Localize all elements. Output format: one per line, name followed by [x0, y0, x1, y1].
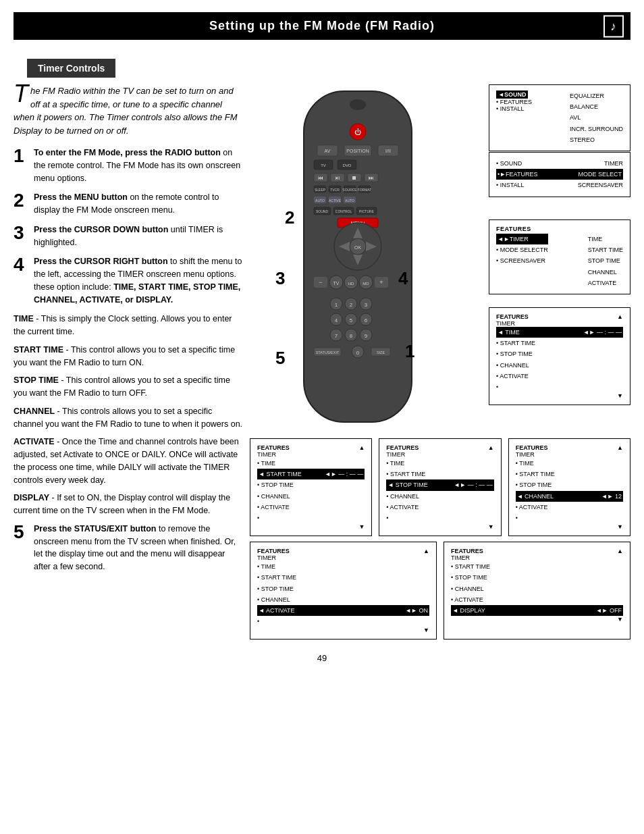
step-1-num: 1	[14, 147, 28, 184]
step-2: 2 Press the MENU button on the remote co…	[14, 191, 243, 217]
bottom-boxes-row2: FEATURES TIMER ▲ • TIME • START TIME • S…	[250, 542, 630, 640]
desc-channel: CHANNEL - This controls allows you to se…	[14, 405, 243, 431]
svg-text:6: 6	[365, 317, 368, 323]
screen-box-time-selected: FEATURES TIMER ▲ ◄ TIME◄► — : — — • STAR…	[489, 307, 630, 405]
svg-point-1	[350, 99, 366, 110]
step-5-text: Press the STATUS/EXIT button to remove t…	[34, 523, 243, 573]
desc-channel-term: CHANNEL	[14, 407, 55, 416]
svg-text:5: 5	[350, 317, 353, 323]
screen-box-activate: FEATURES TIMER ▲ • TIME • START TIME • S…	[250, 542, 437, 640]
svg-text:⏻: ⏻	[354, 128, 361, 136]
svg-text:STATUS/EXIT: STATUS/EXIT	[316, 350, 340, 355]
page-number: 49	[0, 653, 644, 663]
svg-text:OK: OK	[354, 245, 361, 250]
desc-time-term: TIME	[14, 314, 34, 323]
desc-time: TIME - This is simply the Clock setting.…	[14, 313, 243, 338]
svg-text:SOUND: SOUND	[316, 209, 328, 213]
svg-text:⏯: ⏯	[335, 175, 340, 181]
left-column: The FM Radio within the TV can be set to…	[14, 84, 243, 640]
bottom-boxes-row1: FEATURES TIMER ▲ • TIME ◄ START TIME◄► —…	[250, 438, 630, 536]
step-3-text: Press the CURSOR DOWN button until TIMER…	[34, 224, 243, 249]
svg-text:9: 9	[365, 333, 368, 339]
main-content: The FM Radio within the TV can be set to…	[14, 84, 630, 640]
svg-text:3: 3	[365, 302, 368, 308]
header-title: Setting up the FM Mode (FM Radio)	[209, 19, 435, 32]
desc-activate: ACTIVATE - Once the Time and channel con…	[14, 436, 243, 486]
desc-stop-time: STOP TIME - This control allows you to s…	[14, 374, 243, 400]
step-4-text: Press the CURSOR RIGHT button to shift t…	[34, 255, 243, 306]
svg-text:SIZE: SIZE	[377, 350, 385, 355]
remote-step-1-label: 1	[405, 341, 414, 362]
step-3: 3 Press the CURSOR DOWN button until TIM…	[14, 224, 243, 249]
step-4-num: 4	[14, 255, 28, 306]
svg-text:SOURCE: SOURCE	[342, 188, 357, 192]
step-1-bold: To enter the FM Mode, press the RADIO bu…	[34, 148, 221, 157]
svg-text:7: 7	[335, 333, 338, 339]
remote-step-4-label: 4	[398, 268, 408, 289]
svg-text:+: +	[379, 279, 383, 286]
svg-text:0: 0	[356, 350, 360, 356]
step-4-options: TIME, START TIME, STOP TIME, CHANNEL, AC…	[34, 282, 240, 305]
svg-text:⏹: ⏹	[352, 175, 357, 181]
intro-body: he FM Radio within the TV can be set to …	[14, 86, 238, 136]
step-5: 5 Press the STATUS/EXIT button to remove…	[14, 523, 243, 573]
svg-text:I/II: I/II	[385, 149, 391, 153]
svg-text:TV: TV	[333, 281, 340, 286]
step-5-bold: Press the STATUS/EXIT button	[34, 524, 157, 533]
step-3-num: 3	[14, 224, 28, 249]
step-3-bold: Press the CURSOR DOWN button	[34, 225, 168, 234]
desc-activate-term: ACTIVATE	[14, 437, 55, 446]
page-header: Setting up the FM Mode (FM Radio) ♪	[14, 12, 630, 40]
screen-box-timer-features: FEATURES ◄►TIMER • MODE SELECTR • SCREEN…	[489, 219, 630, 294]
screen-box-features: • SOUNDTIMER •►FEATURESMODE SELECT • INS…	[489, 152, 630, 197]
drop-cap: T	[14, 84, 28, 104]
step-4-bold: Press the CURSOR RIGHT button	[34, 257, 168, 266]
right-column: ⏻ AV POSITION I/II TV DVD ⏮ ⏯ ⏹	[250, 84, 630, 640]
svg-text:TV: TV	[321, 163, 326, 167]
step-4: 4 Press the CURSOR RIGHT button to shift…	[14, 255, 243, 306]
step-1: 1 To enter the FM Mode, press the RADIO …	[14, 147, 243, 184]
svg-text:−: −	[319, 279, 322, 286]
screen-box-start-time: FEATURES TIMER ▲ • TIME ◄ START TIME◄► —…	[250, 438, 372, 536]
remote-step-5-label: 5	[275, 348, 285, 369]
svg-text:FORMAT: FORMAT	[358, 188, 372, 192]
svg-text:CONTROL: CONTROL	[336, 209, 352, 213]
step-1-text: To enter the FM Mode, press the RADIO bu…	[34, 147, 243, 184]
desc-stop-time-term: STOP TIME	[14, 375, 59, 385]
remote-svg: ⏻ AV POSITION I/II TV DVD ⏮ ⏯ ⏹	[290, 84, 425, 429]
svg-text:MD: MD	[363, 282, 369, 286]
svg-text:2: 2	[350, 302, 353, 308]
desc-display: DISPLAY - If set to ON, the Display cont…	[14, 492, 243, 517]
desc-start-time-term: START TIME	[14, 345, 63, 355]
screen-box-stop-time: FEATURES TIMER ▲ • TIME • START TIME ◄ S…	[379, 438, 501, 536]
svg-text:PICTURE: PICTURE	[359, 209, 375, 213]
svg-text:ACTIVE: ACTIVE	[329, 199, 342, 203]
desc-display-term: DISPLAY	[14, 493, 49, 502]
svg-text:⏮: ⏮	[318, 175, 323, 181]
step-2-bold: Press the MENU button	[34, 192, 128, 202]
svg-text:AUTO: AUTO	[315, 199, 325, 203]
svg-text:POSITION: POSITION	[346, 149, 369, 153]
svg-text:SLEEP: SLEEP	[315, 188, 326, 192]
svg-text:1: 1	[335, 302, 338, 308]
svg-text:DVD: DVD	[343, 163, 352, 167]
svg-text:HD: HD	[348, 282, 354, 286]
svg-text:⏭: ⏭	[369, 175, 374, 181]
screen-box-channel: FEATURES TIMER ▲ • TIME • START TIME • S…	[508, 438, 630, 536]
remote-step-2-label: 2	[285, 207, 294, 228]
screen-box-sound: ◄SOUND • FEATURES • INSTALL EQUALIZER BA…	[489, 84, 630, 151]
svg-text:4: 4	[335, 317, 338, 323]
step-2-text: Press the MENU button on the remote cont…	[34, 191, 243, 217]
svg-text:8: 8	[350, 333, 353, 339]
remote-step-3-label: 3	[275, 268, 285, 289]
screen-box-display: FEATURES TIMER ▲ • START TIME • STOP TIM…	[444, 542, 630, 640]
svg-text:TVCR: TVCR	[330, 188, 340, 192]
intro-text: The FM Radio within the TV can be set to…	[14, 84, 243, 137]
music-icon: ♪	[603, 15, 624, 37]
step-5-num: 5	[14, 523, 28, 573]
section-title: Timer Controls	[27, 59, 115, 78]
svg-text:AV: AV	[325, 149, 331, 153]
step-2-num: 2	[14, 191, 28, 217]
desc-start-time: START TIME - This control allows you to …	[14, 344, 243, 369]
svg-text:AUTO: AUTO	[345, 199, 354, 203]
